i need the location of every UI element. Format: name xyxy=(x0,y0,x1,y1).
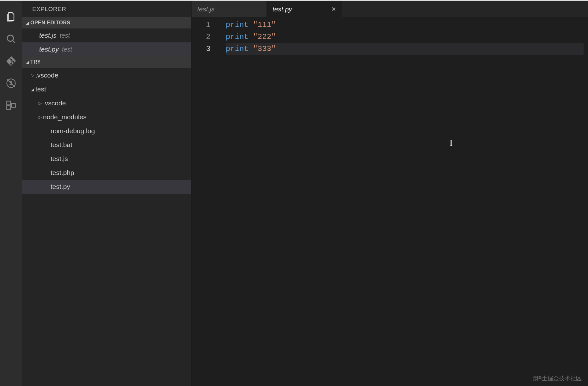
tree-label: test.js xyxy=(51,155,68,163)
tree-folder[interactable]: ▷ .vscode xyxy=(22,68,191,82)
open-editors-label: OPEN EDITORS xyxy=(30,20,70,26)
code-line[interactable]: print "222" xyxy=(226,31,584,43)
svg-rect-7 xyxy=(12,103,15,107)
chevron-down-icon: ◢ xyxy=(25,60,30,65)
tree-label: test.bat xyxy=(51,141,72,149)
activity-files-icon[interactable] xyxy=(0,6,22,28)
explorer-sidebar: EXPLORER ◢ OPEN EDITORS test.js test tes… xyxy=(22,1,192,386)
close-icon[interactable]: ✕ xyxy=(331,6,336,13)
tree-file[interactable]: test.py xyxy=(22,180,191,194)
text-cursor-icon: I xyxy=(450,137,453,148)
code-line[interactable]: print "333" xyxy=(226,43,584,55)
token-keyword: print xyxy=(226,45,248,53)
activity-search-icon[interactable] xyxy=(0,28,22,50)
minimap[interactable] xyxy=(584,17,588,386)
chevron-right-icon: ▷ xyxy=(37,101,43,106)
tree-label: .vscode xyxy=(35,72,58,79)
open-editor-dir: test xyxy=(60,32,70,39)
tree-label: test.php xyxy=(51,169,74,177)
watermark: @稀土掘金技术社区 xyxy=(533,375,582,382)
token-string: "333" xyxy=(253,45,276,53)
tree-label: node_modules xyxy=(43,113,87,121)
line-number: 3 xyxy=(192,43,219,55)
tab-testpy[interactable]: test.py ✕ xyxy=(267,1,342,17)
line-gutter: 1 2 3 xyxy=(192,17,219,386)
tree-label: .vscode xyxy=(43,99,66,107)
activity-debug-icon[interactable] xyxy=(0,72,22,94)
open-editor-item[interactable]: test.js test xyxy=(22,28,191,42)
editor-area: test.js ✕ test.py ✕ 1 2 3 print "111" pr… xyxy=(192,1,588,386)
token-keyword: print xyxy=(226,33,248,41)
open-editor-item[interactable]: test.py test xyxy=(22,42,191,56)
workspace-header[interactable]: ◢ TRY xyxy=(22,56,191,68)
open-editors-header[interactable]: ◢ OPEN EDITORS xyxy=(22,17,191,28)
svg-point-0 xyxy=(7,35,14,41)
tree-file[interactable]: npm-debug.log xyxy=(22,124,191,138)
line-number: 2 xyxy=(192,31,219,43)
token-string: "222" xyxy=(253,33,276,41)
line-number: 1 xyxy=(192,19,219,31)
token-keyword: print xyxy=(226,21,248,29)
open-editor-filename: test.py xyxy=(39,46,59,53)
activity-bar xyxy=(0,1,22,386)
tree-label: test.py xyxy=(51,183,70,190)
code-editor[interactable]: 1 2 3 print "111" print "222" print "333… xyxy=(192,17,588,386)
tree-folder[interactable]: ▷ .vscode xyxy=(22,96,191,110)
svg-rect-5 xyxy=(7,101,11,105)
activity-extensions-icon[interactable] xyxy=(0,94,22,116)
svg-line-1 xyxy=(13,40,15,43)
tab-label: test.js xyxy=(197,5,215,13)
chevron-down-icon: ◢ xyxy=(30,87,35,92)
tree-file[interactable]: test.js xyxy=(22,152,191,166)
tree-folder[interactable]: ▷ node_modules xyxy=(22,110,191,124)
tab-testjs[interactable]: test.js ✕ xyxy=(192,1,267,17)
file-tree: ▷ .vscode ◢ test ▷ .vscode ▷ node_module… xyxy=(22,68,191,194)
tree-file[interactable]: test.bat xyxy=(22,138,191,152)
tab-bar: test.js ✕ test.py ✕ xyxy=(192,1,588,17)
tree-folder[interactable]: ◢ test xyxy=(22,82,191,96)
tree-file[interactable]: test.php xyxy=(22,166,191,180)
svg-rect-6 xyxy=(7,106,11,110)
tree-label: npm-debug.log xyxy=(51,127,95,135)
chevron-right-icon: ▷ xyxy=(30,73,35,78)
sidebar-title: EXPLORER xyxy=(22,1,191,17)
workspace-label: TRY xyxy=(30,59,41,65)
code-content[interactable]: print "111" print "222" print "333" I xyxy=(219,17,584,386)
code-line[interactable]: print "111" xyxy=(226,19,584,31)
svg-point-4 xyxy=(10,81,12,84)
token-string: "111" xyxy=(253,21,276,29)
chevron-down-icon: ◢ xyxy=(25,21,30,25)
chevron-right-icon: ▷ xyxy=(37,115,43,120)
tree-label: test xyxy=(35,85,46,93)
activity-git-icon[interactable] xyxy=(0,50,22,72)
open-editor-filename: test.js xyxy=(39,32,57,39)
tab-label: test.py xyxy=(273,5,292,13)
open-editor-dir: test xyxy=(62,46,72,53)
